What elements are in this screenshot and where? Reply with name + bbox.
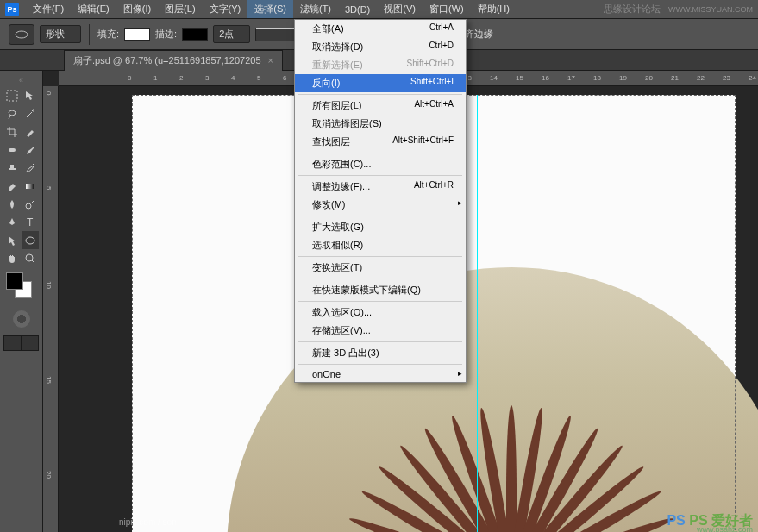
svg-text:T: T — [27, 216, 34, 228]
menu-item-I[interactable]: 反向(I)Shift+Ctrl+I — [295, 74, 466, 92]
document-tab[interactable]: 扇子.psd @ 67.7% (u=2511691857,1207205× — [64, 50, 283, 71]
menu-edit[interactable]: 编辑(E) — [71, 0, 116, 18]
svg-point-12 — [26, 203, 31, 209]
type-tool[interactable]: T — [22, 213, 40, 231]
marquee-tool[interactable] — [3, 86, 22, 104]
menu-item-onOne[interactable]: onOne — [295, 366, 466, 382]
menu-help[interactable]: 帮助(H) — [471, 0, 517, 18]
healing-tool[interactable] — [3, 141, 22, 159]
move-tool[interactable] — [22, 86, 40, 104]
guide-horizontal[interactable] — [132, 466, 736, 466]
ruler-vertical: 05101520 — [43, 86, 59, 532]
watermark-source: nipic.com / son — [119, 517, 177, 527]
menubar: Ps 文件(F) 编辑(E) 图像(I) 图层(L) 文字(Y) 选择(S) 滤… — [0, 0, 758, 19]
menu-file[interactable]: 文件(F) — [26, 0, 71, 18]
stamp-tool[interactable] — [3, 159, 22, 177]
svg-rect-10 — [9, 148, 16, 152]
menu-select[interactable]: 选择(S) — [247, 0, 293, 18]
tool-preset-icon[interactable] — [9, 24, 34, 45]
toolbox: « T — [0, 71, 43, 532]
svg-rect-11 — [26, 184, 34, 189]
stroke-swatch[interactable] — [182, 28, 208, 41]
menu-item-Q[interactable]: 在快速蒙版模式下编辑(Q) — [295, 281, 466, 299]
screenmode-button[interactable] — [3, 335, 22, 351]
history-brush-tool[interactable] — [22, 159, 40, 177]
wand-tool[interactable] — [22, 104, 40, 122]
menu-image[interactable]: 图像(I) — [116, 0, 158, 18]
menu-3d[interactable]: 3D(D) — [338, 2, 377, 17]
menu-item-O[interactable]: 载入选区(O)... — [295, 304, 466, 322]
zoom-tool[interactable] — [22, 249, 40, 267]
menu-item-C[interactable]: 色彩范围(C)... — [295, 155, 466, 173]
brush-tool[interactable] — [22, 141, 40, 159]
menu-item-3D3[interactable]: 新建 3D 凸出(3) — [295, 344, 466, 362]
svg-rect-9 — [7, 91, 17, 101]
hand-tool[interactable] — [3, 249, 22, 267]
blur-tool[interactable] — [3, 195, 22, 213]
menu-item-E: 重新选择(E)Shift+Ctrl+D — [295, 56, 466, 74]
menubar-branding: 思缘设计论坛 WWW.MISSYUAN.COM — [604, 3, 758, 16]
menu-item-F[interactable]: 调整边缘(F)...Alt+Ctrl+R — [295, 178, 466, 196]
path-select-tool[interactable] — [3, 231, 22, 249]
eraser-tool[interactable] — [3, 177, 22, 195]
svg-point-15 — [26, 254, 33, 261]
menu-item-[interactable]: 查找图层Alt+Shift+Ctrl+F — [295, 133, 466, 151]
close-icon[interactable]: × — [268, 55, 273, 66]
menu-item-D[interactable]: 取消选择(D)Ctrl+D — [295, 38, 466, 56]
menu-view[interactable]: 视图(V) — [377, 0, 423, 18]
menu-window[interactable]: 窗口(W) — [423, 0, 471, 18]
crop-tool[interactable] — [3, 122, 22, 141]
menu-item-G[interactable]: 扩大选取(G) — [295, 218, 466, 236]
lasso-tool[interactable] — [3, 104, 22, 122]
stroke-width-dropdown[interactable]: 2点 — [213, 25, 250, 43]
quickmask-toggle[interactable] — [13, 310, 30, 328]
menu-item-M[interactable]: 修改(M) — [295, 196, 466, 214]
shape-mode-dropdown[interactable]: 形状 — [40, 25, 81, 43]
dodge-tool[interactable] — [22, 195, 40, 213]
eyedropper-tool[interactable] — [22, 122, 40, 141]
menu-item-T[interactable]: 变换选区(T) — [295, 259, 466, 277]
fill-label: 填充: — [97, 28, 119, 41]
watermark-url: www.psahz.com — [697, 525, 753, 532]
menu-item-V[interactable]: 存储选区(V)... — [295, 322, 466, 340]
color-swatches[interactable] — [6, 272, 39, 305]
svg-point-0 — [16, 31, 28, 38]
shape-tool[interactable] — [22, 231, 40, 249]
ps-logo: Ps — [5, 3, 19, 16]
menu-item-R[interactable]: 选取相似(R) — [295, 236, 466, 254]
menu-item-L[interactable]: 所有图层(L)Alt+Ctrl+A — [295, 97, 466, 115]
svg-point-14 — [26, 237, 34, 244]
menu-type[interactable]: 文字(Y) — [203, 0, 248, 18]
menu-layer[interactable]: 图层(L) — [158, 0, 202, 18]
menu-item-A[interactable]: 全部(A)Ctrl+A — [295, 20, 466, 38]
menu-item-S[interactable]: 取消选择图层(S) — [295, 115, 466, 133]
menu-filter[interactable]: 滤镜(T) — [293, 0, 338, 18]
screenmode-button-2[interactable] — [22, 335, 40, 351]
gradient-tool[interactable] — [22, 177, 40, 195]
pen-tool[interactable] — [3, 213, 22, 231]
stroke-label: 描边: — [155, 28, 177, 41]
select-menu-dropdown: 全部(A)Ctrl+A取消选择(D)Ctrl+D重新选择(E)Shift+Ctr… — [294, 19, 467, 383]
foreground-color[interactable] — [6, 272, 23, 290]
fill-swatch[interactable] — [124, 28, 150, 41]
